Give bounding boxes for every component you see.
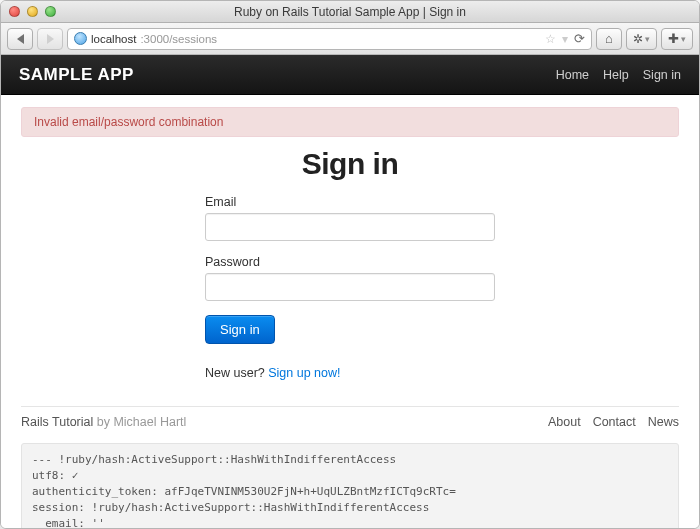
footer-link-news[interactable]: News <box>648 415 679 429</box>
bookmark-star-icon[interactable]: ☆ <box>545 32 556 46</box>
chevron-down-icon: ▾ <box>645 34 650 44</box>
password-label: Password <box>205 255 495 269</box>
signup-prompt: New user? Sign up now! <box>205 366 495 380</box>
back-button[interactable] <box>7 28 33 50</box>
signin-button[interactable]: Sign in <box>205 315 275 344</box>
settings-button[interactable]: ✲▾ <box>626 28 657 50</box>
footer: Rails Tutorial by Michael Hartl About Co… <box>21 406 679 429</box>
email-label: Email <box>205 195 495 209</box>
arrow-right-icon <box>47 34 54 44</box>
footer-credit: Rails Tutorial by Michael Hartl <box>21 415 186 429</box>
page-heading: Sign in <box>21 147 679 181</box>
nav-link-home[interactable]: Home <box>556 68 589 82</box>
dropdown-caret-icon[interactable]: ▾ <box>562 32 568 46</box>
email-field[interactable] <box>205 213 495 241</box>
forward-button[interactable] <box>37 28 63 50</box>
footer-link-contact[interactable]: Contact <box>593 415 636 429</box>
page: SAMPLE APP Home Help Sign in Invalid ema… <box>1 55 699 528</box>
nav-link-signin[interactable]: Sign in <box>643 68 681 82</box>
globe-icon <box>74 32 87 45</box>
navbar: SAMPLE APP Home Help Sign in <box>1 55 699 95</box>
home-button[interactable]: ⌂ <box>596 28 622 50</box>
reload-button[interactable]: ⟳ <box>574 31 585 46</box>
container: Invalid email/password combination Sign … <box>1 95 699 380</box>
window-title: Ruby on Rails Tutorial Sample App | Sign… <box>1 5 699 19</box>
home-icon: ⌂ <box>605 31 613 46</box>
plus-icon: ✚ <box>668 31 679 46</box>
flash-error: Invalid email/password combination <box>21 107 679 137</box>
signup-link[interactable]: Sign up now! <box>268 366 340 380</box>
signin-form: Email Password Sign in New user? Sign up… <box>205 195 495 380</box>
navbar-links: Home Help Sign in <box>556 68 681 82</box>
address-bar[interactable]: localhost:3000/sessions ☆ ▾ ⟳ <box>67 28 592 50</box>
url-path: :3000/sessions <box>140 33 217 45</box>
titlebar: Ruby on Rails Tutorial Sample App | Sign… <box>1 1 699 23</box>
browser-window: Ruby on Rails Tutorial Sample App | Sign… <box>0 0 700 529</box>
new-user-text: New user? <box>205 366 268 380</box>
add-button[interactable]: ✚▾ <box>661 28 693 50</box>
toolbar-right: ⌂ ✲▾ ✚▾ <box>596 28 693 50</box>
viewport: SAMPLE APP Home Help Sign in Invalid ema… <box>1 55 699 528</box>
footer-link-about[interactable]: About <box>548 415 581 429</box>
nav-link-help[interactable]: Help <box>603 68 629 82</box>
gear-icon: ✲ <box>633 32 643 46</box>
debug-dump: --- !ruby/hash:ActiveSupport::HashWithIn… <box>21 443 679 528</box>
footer-brand[interactable]: Rails Tutorial <box>21 415 93 429</box>
footer-author: by Michael Hartl <box>93 415 186 429</box>
brand-logo[interactable]: SAMPLE APP <box>19 65 134 85</box>
password-field[interactable] <box>205 273 495 301</box>
browser-toolbar: localhost:3000/sessions ☆ ▾ ⟳ ⌂ ✲▾ ✚▾ <box>1 23 699 55</box>
arrow-left-icon <box>17 34 24 44</box>
footer-links: About Contact News <box>548 415 679 429</box>
url-host: localhost <box>91 33 136 45</box>
chevron-down-icon: ▾ <box>681 34 686 44</box>
